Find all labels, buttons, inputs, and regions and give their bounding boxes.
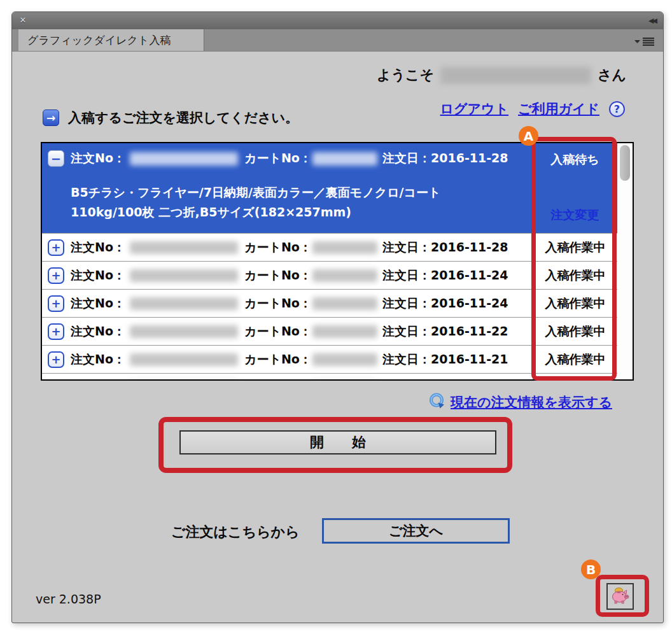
cart-no-redacted xyxy=(312,325,377,338)
cart-no-label: カートNo： xyxy=(244,267,312,284)
expand-plus-icon[interactable] xyxy=(48,295,64,312)
status-badge: 入稿待ち xyxy=(533,151,617,168)
change-order-link[interactable]: 注文変更 xyxy=(533,207,617,223)
annotation-badge-b: B xyxy=(581,560,601,579)
cart-no-label: カートNo： xyxy=(244,351,312,368)
status-badge: 入稿作業中 xyxy=(533,234,617,261)
order-no-redacted xyxy=(130,325,238,338)
expand-plus-icon[interactable] xyxy=(48,267,64,284)
welcome-prefix: ようこそ xyxy=(377,66,434,85)
close-icon[interactable] xyxy=(18,15,28,25)
order-list: 注文No： カートNo： 注文日：2016-11-28 入稿待ち B5チラシ・フ… xyxy=(41,142,634,381)
welcome-row: ようこそ さん xyxy=(377,66,626,85)
order-row[interactable]: 注文No： カートNo： 注文日：2016-11-21 入稿作業中 xyxy=(42,345,617,373)
show-current-order-link[interactable]: 現在の注文情報を表示する xyxy=(451,393,612,411)
guide-link[interactable]: ご利用ガイド xyxy=(518,100,599,118)
order-no-label: 注文No： xyxy=(71,323,125,340)
order-no-redacted xyxy=(130,297,238,310)
order-date: 注文日：2016-11-28 xyxy=(382,239,508,256)
order-date: 注文日：2016-11-21 xyxy=(382,351,508,368)
order-row[interactable]: 注文No： カートNo： 注文日：2016-11-18 入稿作業中 xyxy=(42,373,617,381)
plugin-panel: グラフィックダイレクト入稿 ようこそ さん ログアウト ご利用ガイド 入稿する xyxy=(11,11,664,623)
order-no-label: 注文No： xyxy=(71,351,125,368)
version-label: ver 2.038P xyxy=(36,592,101,606)
status-badge: 入稿作業中 xyxy=(533,374,617,381)
order-row[interactable]: 注文No： カートNo： 注文日：2016-11-22 入稿作業中 xyxy=(42,317,617,345)
logout-link[interactable]: ログアウト xyxy=(440,100,508,118)
tab-graphic-direct[interactable]: グラフィックダイレクト入稿 xyxy=(18,29,204,51)
title-bar xyxy=(12,12,663,30)
collapse-panel-icon[interactable] xyxy=(648,17,655,25)
cart-no-redacted xyxy=(312,297,377,310)
scrollbar-thumb[interactable] xyxy=(620,145,630,181)
cart-no-label: カートNo： xyxy=(244,323,312,340)
cart-no-redacted xyxy=(312,269,377,282)
instruction-text: 入稿するご注文を選択してください。 xyxy=(68,109,298,127)
order-no-label: 注文No： xyxy=(71,295,125,312)
order-no-redacted xyxy=(130,353,238,366)
order-description: B5チラシ・フライヤー/7日納期/表面カラー／裏面モノクロ/コート 110kg/… xyxy=(71,183,522,222)
cart-no-redacted xyxy=(312,353,377,366)
order-date: 注文日：2016-11-22 xyxy=(382,323,508,340)
refresh-icon[interactable] xyxy=(428,392,445,412)
refresh-row: 現在の注文情報を表示する xyxy=(428,392,612,412)
order-no-redacted xyxy=(130,152,238,166)
cart-no-label: カートNo： xyxy=(244,295,312,312)
status-badge: 入稿作業中 xyxy=(533,262,617,289)
order-no-label: 注文No： xyxy=(71,150,125,167)
cart-no-label: カートNo： xyxy=(244,379,312,381)
panel-menu-icon[interactable] xyxy=(634,36,654,48)
cart-no-label: カートNo： xyxy=(244,150,312,167)
go-to-order-button[interactable]: ご注文へ xyxy=(322,518,510,544)
status-badge: 入稿作業中 xyxy=(533,346,617,373)
order-rows: 注文No： カートNo： 注文日：2016-11-28 入稿作業中 注文No： … xyxy=(42,233,617,381)
order-no-label: 注文No： xyxy=(71,239,125,256)
header-links: ログアウト ご利用ガイド xyxy=(440,100,625,118)
status-badge: 入稿作業中 xyxy=(533,290,617,317)
piggy-bank-icon xyxy=(610,587,630,607)
user-name-redacted xyxy=(440,67,591,84)
order-prompt-label: ご注文はこちらから xyxy=(171,523,300,542)
collapse-minus-icon[interactable] xyxy=(48,150,64,167)
status-badge: 入稿作業中 xyxy=(533,318,617,345)
piggy-bank-button[interactable] xyxy=(606,583,634,610)
arrow-right-icon xyxy=(43,109,59,126)
tab-bar: グラフィックダイレクト入稿 xyxy=(12,29,663,52)
order-date: 注文日：2016-11-18 xyxy=(382,379,508,381)
order-row-selected[interactable]: 注文No： カートNo： 注文日：2016-11-28 入稿待ち B5チラシ・フ… xyxy=(42,143,617,233)
order-row[interactable]: 注文No： カートNo： 注文日：2016-11-24 入稿作業中 xyxy=(42,261,617,289)
instruction-row: 入稿するご注文を選択してください。 xyxy=(43,109,298,127)
order-row[interactable]: 注文No： カートNo： 注文日：2016-11-28 入稿作業中 xyxy=(42,233,617,261)
help-icon[interactable] xyxy=(609,101,625,117)
welcome-suffix: さん xyxy=(598,66,626,85)
expand-plus-icon[interactable] xyxy=(48,379,64,381)
order-date: 注文日：2016-11-28 xyxy=(382,150,508,167)
cart-no-label: カートNo： xyxy=(244,239,312,256)
cart-no-redacted xyxy=(312,152,377,166)
order-no-label: 注文No： xyxy=(71,379,125,381)
order-no-redacted xyxy=(130,241,238,254)
order-no-redacted xyxy=(130,269,238,282)
expand-plus-icon[interactable] xyxy=(48,323,64,340)
order-date: 注文日：2016-11-24 xyxy=(382,267,508,284)
order-date: 注文日：2016-11-24 xyxy=(382,295,508,312)
annotation-badge-a: A xyxy=(519,126,538,146)
order-no-label: 注文No： xyxy=(71,267,125,284)
scrollbar-track[interactable] xyxy=(617,143,633,379)
start-button[interactable]: 開 始 xyxy=(179,430,496,454)
expand-plus-icon[interactable] xyxy=(48,351,64,368)
order-row[interactable]: 注文No： カートNo： 注文日：2016-11-24 入稿作業中 xyxy=(42,289,617,317)
expand-plus-icon[interactable] xyxy=(48,239,64,256)
cart-no-redacted xyxy=(312,241,377,254)
tab-title: グラフィックダイレクト入稿 xyxy=(27,33,171,48)
